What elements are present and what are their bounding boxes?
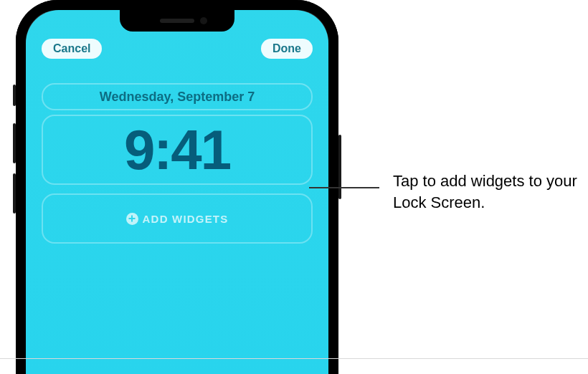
lock-screen-editor: Cancel Done Wednesday, September 7 9:41 … <box>26 10 328 374</box>
volume-down-button <box>13 173 16 214</box>
editor-topbar: Cancel Done <box>26 39 328 59</box>
baseline-rule <box>0 358 588 359</box>
front-camera <box>200 17 207 24</box>
add-widgets-label: ADD WIDGETS <box>143 213 229 225</box>
notch <box>120 10 234 32</box>
time-widget-slot[interactable]: 9:41 <box>42 115 313 185</box>
done-button[interactable]: Done <box>261 39 313 59</box>
plus-circle-icon <box>126 213 138 225</box>
lockscreen-content: Wednesday, September 7 9:41 ADD WIDGETS <box>42 83 313 244</box>
volume-up-button <box>13 123 16 163</box>
callout-leader-line <box>309 187 379 188</box>
date-widget-slot[interactable]: Wednesday, September 7 <box>42 83 313 110</box>
speaker-grille <box>160 19 194 23</box>
date-label: Wednesday, September 7 <box>100 90 255 105</box>
phone-frame: Cancel Done Wednesday, September 7 9:41 … <box>16 0 338 374</box>
power-button <box>338 135 341 199</box>
cancel-button[interactable]: Cancel <box>42 39 102 59</box>
callout-text: Tap to add widgets to your Lock Screen. <box>393 171 588 213</box>
add-widgets-button[interactable]: ADD WIDGETS <box>42 193 313 244</box>
mute-switch <box>13 85 16 106</box>
time-label: 9:41 <box>124 122 230 178</box>
